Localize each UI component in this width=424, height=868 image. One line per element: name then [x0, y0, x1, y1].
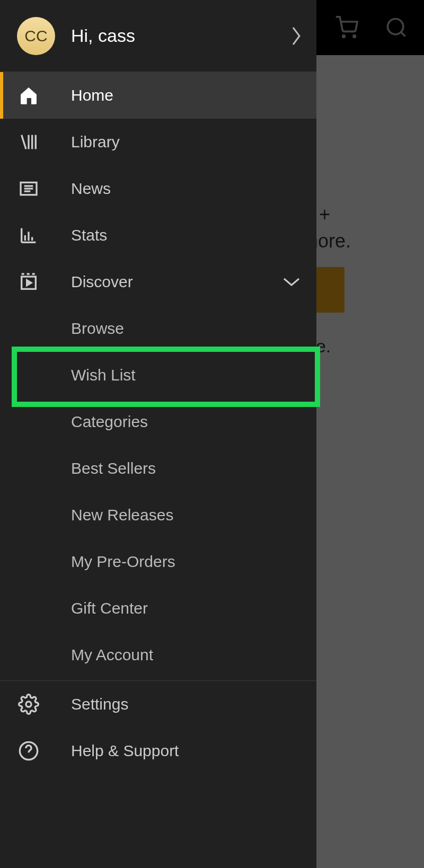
active-accent	[0, 72, 3, 119]
news-icon	[16, 176, 41, 201]
nav-library[interactable]: Library	[0, 119, 316, 165]
chevron-down-icon	[282, 277, 301, 287]
nav-home[interactable]: Home	[0, 72, 316, 119]
nav-label: Library	[71, 133, 316, 151]
nav-label: Discover	[71, 273, 282, 291]
sub-preorders[interactable]: My Pre-Orders	[0, 538, 316, 585]
nav-stats[interactable]: Stats	[0, 212, 316, 259]
svg-point-1	[354, 36, 356, 38]
search-icon[interactable]	[385, 16, 408, 39]
sub-wishlist[interactable]: Wish List	[0, 352, 316, 398]
sub-giftcenter[interactable]: Gift Center	[0, 585, 316, 632]
sub-label: Wish List	[71, 366, 136, 384]
sub-newreleases[interactable]: New Releases	[0, 492, 316, 538]
discover-icon	[16, 269, 41, 295]
nav-label: Stats	[71, 226, 316, 244]
nav-label: Settings	[71, 695, 316, 713]
nav-discover[interactable]: Discover	[0, 259, 316, 305]
sub-label: Gift Center	[71, 599, 148, 617]
greeting-text: Hi, cass	[71, 25, 290, 46]
sub-categories[interactable]: Categories	[0, 398, 316, 445]
nav-help[interactable]: Help & Support	[0, 728, 316, 774]
sub-label: New Releases	[71, 506, 173, 524]
nav-drawer: CC Hi, cass Home	[0, 0, 316, 868]
nav-label: News	[71, 180, 316, 198]
home-icon	[16, 83, 41, 108]
chevron-right-icon	[290, 25, 303, 47]
svg-marker-19	[27, 280, 31, 286]
sub-browse[interactable]: Browse	[0, 305, 316, 352]
svg-line-3	[401, 32, 405, 37]
help-icon	[16, 738, 41, 764]
cart-icon[interactable]	[335, 16, 358, 39]
gear-icon	[16, 692, 41, 717]
sub-bestsellers[interactable]: Best Sellers	[0, 445, 316, 492]
sub-label: Categories	[71, 413, 148, 431]
svg-line-4	[22, 135, 26, 149]
nav-label: Help & Support	[71, 742, 316, 760]
sub-label: My Account	[71, 646, 153, 664]
profile-row[interactable]: CC Hi, cass	[0, 0, 316, 72]
svg-point-20	[26, 702, 31, 707]
sub-myaccount[interactable]: My Account	[0, 632, 316, 678]
stats-icon	[16, 223, 41, 248]
sub-label: Best Sellers	[71, 459, 156, 477]
nav-label: Home	[71, 86, 316, 104]
svg-point-0	[343, 36, 345, 38]
sub-label: Browse	[71, 320, 124, 338]
avatar-initials: CC	[24, 27, 47, 45]
nav-news[interactable]: News	[0, 165, 316, 212]
svg-point-2	[388, 19, 403, 34]
nav-settings[interactable]: Settings	[0, 681, 316, 728]
library-icon	[16, 129, 41, 155]
avatar: CC	[17, 17, 55, 55]
sub-label: My Pre-Orders	[71, 553, 175, 571]
